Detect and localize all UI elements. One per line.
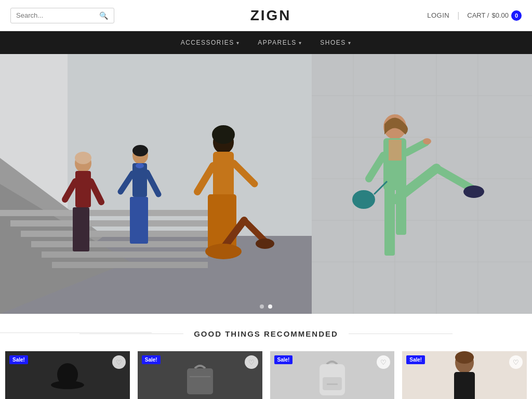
header: 🔍 ZIGN LOGIN | CART / $0.00 0 — [0, 0, 532, 31]
svg-rect-17 — [21, 231, 208, 237]
site-logo[interactable]: ZIGN — [250, 7, 291, 24]
wishlist-button-1[interactable]: ♡ — [112, 355, 126, 369]
product-card-1[interactable]: Sale! ♡ — [5, 351, 130, 399]
svg-rect-63 — [327, 383, 338, 385]
backpack-svg — [315, 356, 349, 398]
heart-icon-2: ♡ — [248, 358, 255, 366]
svg-point-51 — [463, 185, 484, 198]
cart-area[interactable]: CART / $0.00 0 — [467, 10, 522, 21]
person-svg — [446, 351, 483, 399]
wishlist-button-4[interactable]: ♡ — [509, 355, 523, 369]
svg-rect-60 — [190, 376, 210, 377]
svg-rect-16 — [10, 220, 208, 227]
slide-dot-2[interactable] — [268, 304, 272, 309]
product-card-4[interactable]: Sale! ♡ — [402, 351, 527, 399]
heart-icon-4: ♡ — [513, 358, 519, 366]
search-input[interactable] — [16, 11, 99, 19]
slider-dots — [260, 304, 272, 309]
hero-image — [0, 54, 532, 314]
divider-line-left — [79, 334, 183, 334]
products-row: Sale! ♡ Sale! ♡ Sale! — [0, 351, 532, 399]
divider-line-right — [349, 334, 453, 334]
nav-label-apparels: APPARELS — [258, 39, 296, 46]
chevron-down-icon-accessories: ▾ — [236, 40, 240, 46]
svg-point-56 — [423, 138, 431, 144]
product-card-3[interactable]: Sale! ♡ — [270, 351, 395, 399]
heart-icon-3: ♡ — [380, 358, 387, 366]
hat-svg — [49, 359, 86, 395]
login-link[interactable]: LOGIN — [427, 11, 449, 19]
svg-point-42 — [205, 244, 242, 259]
chevron-down-icon-shoes: ▾ — [348, 40, 352, 46]
sale-badge-3: Sale! — [274, 355, 293, 364]
svg-rect-29 — [130, 197, 148, 244]
section-title: GOOD THINGS RECOMMENDED — [194, 329, 338, 338]
cart-price: $0.00 — [491, 11, 509, 19]
svg-rect-19 — [42, 251, 208, 258]
svg-rect-22 — [75, 171, 91, 207]
svg-point-31 — [132, 145, 148, 156]
nav-label-shoes: SHOES — [320, 39, 346, 46]
svg-rect-35 — [213, 152, 234, 198]
search-box[interactable]: 🔍 — [10, 8, 114, 23]
bag-svg — [182, 358, 218, 397]
nav-bar: ACCESSORIES ▾ APPARELS ▾ SHOES ▾ — [0, 31, 532, 54]
nav-label-accessories: ACCESSORIES — [181, 39, 234, 46]
svg-point-66 — [455, 351, 474, 364]
nav-item-shoes[interactable]: SHOES ▾ — [320, 36, 351, 49]
wishlist-button-2[interactable]: ♡ — [245, 355, 258, 369]
svg-point-30 — [136, 163, 144, 168]
svg-point-39 — [256, 238, 274, 249]
svg-rect-20 — [52, 262, 208, 268]
product-card-2[interactable]: Sale! ♡ — [138, 351, 262, 399]
heart-icon-1: ♡ — [116, 358, 122, 366]
hero-banner — [0, 54, 532, 314]
nav-item-apparels[interactable]: APPARELS ▾ — [258, 36, 302, 49]
header-divider: | — [457, 11, 459, 20]
sale-badge-1: Sale! — [9, 355, 28, 364]
svg-rect-46 — [389, 140, 402, 161]
sale-badge-4: Sale! — [406, 355, 425, 364]
cart-count-badge: 0 — [511, 10, 522, 21]
section-divider: GOOD THINGS RECOMMENDED — [0, 329, 532, 338]
chevron-down-icon-apparels: ▾ — [299, 40, 302, 46]
svg-rect-23 — [73, 207, 89, 251]
slide-dot-1[interactable] — [260, 304, 264, 309]
svg-point-26 — [75, 152, 91, 164]
svg-point-43 — [212, 125, 235, 144]
search-button[interactable]: 🔍 — [99, 11, 108, 20]
sale-badge-2: Sale! — [142, 355, 161, 364]
svg-point-58 — [51, 381, 84, 389]
search-icon: 🔍 — [99, 11, 108, 20]
svg-rect-15 — [0, 210, 208, 216]
svg-rect-18 — [31, 241, 208, 247]
svg-rect-59 — [187, 368, 213, 394]
header-right: LOGIN | CART / $0.00 0 — [427, 10, 522, 21]
svg-rect-65 — [454, 372, 475, 399]
nav-item-accessories[interactable]: ACCESSORIES ▾ — [181, 36, 240, 49]
recommended-section: GOOD THINGS RECOMMENDED — [0, 314, 532, 351]
svg-point-54 — [352, 190, 375, 209]
cart-label: CART / — [467, 11, 489, 19]
